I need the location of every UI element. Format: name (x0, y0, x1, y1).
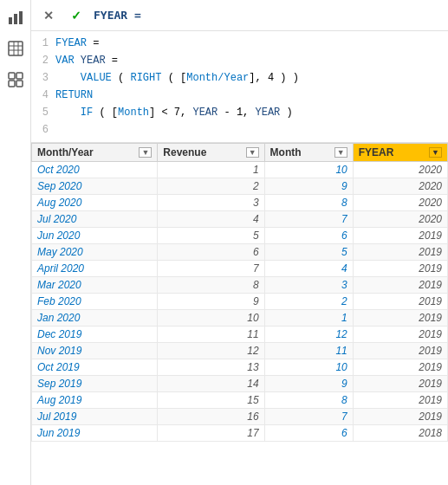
table-row: Oct 201913102019 (32, 359, 448, 376)
svg-rect-3 (9, 42, 23, 55)
cell-month-year: Oct 2019 (32, 359, 158, 376)
cell-fyear: 2019 (353, 228, 447, 244)
cell-month: 11 (264, 343, 353, 359)
table-row: April 2020742019 (32, 261, 448, 277)
svg-rect-11 (16, 81, 23, 87)
cell-month: 4 (264, 261, 353, 277)
cell-month-year: Jul 2019 (32, 409, 158, 425)
cell-month-year: May 2020 (32, 244, 158, 261)
cell-revenue: 6 (158, 244, 264, 261)
main-panel: ✕ ✓ FYEAR = 1 FYEAR = 2 VAR YEAR = 3 VAL… (31, 0, 448, 485)
table-row: Aug 20191582019 (32, 392, 448, 409)
cancel-button[interactable]: ✕ (38, 5, 59, 26)
model-icon[interactable] (5, 69, 26, 90)
confirm-button[interactable]: ✓ (66, 5, 87, 26)
cell-revenue: 5 (158, 228, 264, 244)
cell-revenue: 8 (158, 277, 264, 294)
cell-fyear: 2019 (353, 376, 447, 392)
svg-rect-1 (14, 14, 17, 24)
data-table: Month/Year ▼ Revenue ▼ Month ▼ (31, 143, 448, 442)
cell-revenue: 2 (158, 178, 264, 195)
cell-fyear: 2019 (353, 327, 447, 343)
cell-revenue: 9 (158, 294, 264, 310)
fyear-filter-btn[interactable]: ▼ (429, 147, 442, 158)
cell-month-year: Jan 2020 (32, 310, 158, 327)
table-row: Sep 2020292020 (32, 178, 448, 195)
table-icon[interactable] (5, 38, 26, 59)
table-row: Jan 20201012019 (32, 310, 448, 327)
cell-month: 6 (264, 228, 353, 244)
month-year-filter-btn[interactable]: ▼ (139, 147, 152, 158)
cell-fyear: 2019 (353, 392, 447, 409)
code-line-3: 3 VALUE ( RIGHT ( [Month/Year], 4 ) ) (31, 69, 448, 87)
cell-month: 2 (264, 294, 353, 310)
code-line-1: 1 FYEAR = (31, 35, 448, 52)
table-row: Jun 2020562019 (32, 228, 448, 244)
table-row: Oct 20201102020 (32, 162, 448, 178)
data-table-area[interactable]: Month/Year ▼ Revenue ▼ Month ▼ (31, 143, 448, 485)
cell-revenue: 12 (158, 343, 264, 359)
cell-month-year: Feb 2020 (32, 294, 158, 310)
code-editor[interactable]: 1 FYEAR = 2 VAR YEAR = 3 VALUE ( RIGHT (… (31, 31, 448, 143)
cell-month: 10 (264, 162, 353, 178)
table-row: Jul 20191672019 (32, 409, 448, 425)
table-row: Jul 2020472020 (32, 211, 448, 228)
svg-rect-8 (9, 73, 15, 79)
cell-month: 6 (264, 425, 353, 442)
cell-month: 8 (264, 195, 353, 211)
code-line-5: 5 IF ( [Month] < 7, YEAR - 1, YEAR ) (31, 104, 448, 121)
cell-fyear: 2020 (353, 211, 447, 228)
cell-revenue: 4 (158, 211, 264, 228)
cell-revenue: 10 (158, 310, 264, 327)
cell-month: 5 (264, 244, 353, 261)
cell-fyear: 2020 (353, 162, 447, 178)
svg-rect-9 (16, 73, 23, 79)
table-body: Oct 20201102020Sep 2020292020Aug 2020382… (32, 162, 448, 442)
col-month[interactable]: Month ▼ (264, 144, 353, 162)
cell-month: 9 (264, 178, 353, 195)
cell-month: 7 (264, 211, 353, 228)
col-fyear[interactable]: FYEAR ▼ (353, 144, 447, 162)
cell-revenue: 3 (158, 195, 264, 211)
col-month-year[interactable]: Month/Year ▼ (32, 144, 158, 162)
svg-rect-2 (19, 11, 23, 24)
cell-fyear: 2019 (353, 277, 447, 294)
cell-fyear: 2019 (353, 343, 447, 359)
col-revenue[interactable]: Revenue ▼ (158, 144, 264, 162)
svg-rect-0 (9, 17, 12, 24)
table-row: Sep 20191492019 (32, 376, 448, 392)
cell-fyear: 2019 (353, 261, 447, 277)
code-line-2: 2 VAR YEAR = (31, 52, 448, 69)
cell-revenue: 13 (158, 359, 264, 376)
table-row: Dec 201911122019 (32, 327, 448, 343)
cell-fyear: 2018 (353, 425, 447, 442)
cell-revenue: 15 (158, 392, 264, 409)
cell-fyear: 2020 (353, 178, 447, 195)
bar-chart-icon[interactable] (5, 7, 26, 28)
cell-revenue: 14 (158, 376, 264, 392)
cell-month-year: Dec 2019 (32, 327, 158, 343)
table-row: Nov 201912112019 (32, 343, 448, 359)
cell-fyear: 2019 (353, 310, 447, 327)
cell-revenue: 16 (158, 409, 264, 425)
cell-month: 3 (264, 277, 353, 294)
cell-month: 10 (264, 359, 353, 376)
code-line-6: 6 (31, 121, 448, 139)
cell-month-year: Mar 2020 (32, 277, 158, 294)
cell-fyear: 2019 (353, 409, 447, 425)
cell-month: 8 (264, 392, 353, 409)
cell-month-year: Sep 2019 (32, 376, 158, 392)
cell-month-year: Oct 2020 (32, 162, 158, 178)
cell-fyear: 2019 (353, 359, 447, 376)
cell-month: 1 (264, 310, 353, 327)
table-row: Feb 2020922019 (32, 294, 448, 310)
toolbar: ✕ ✓ FYEAR = (31, 0, 448, 31)
cell-fyear: 2020 (353, 195, 447, 211)
cell-month-year: Aug 2019 (32, 392, 158, 409)
month-filter-btn[interactable]: ▼ (334, 147, 347, 158)
revenue-filter-btn[interactable]: ▼ (246, 147, 259, 158)
cell-fyear: 2019 (353, 244, 447, 261)
table-row: May 2020652019 (32, 244, 448, 261)
cell-month-year: Aug 2020 (32, 195, 158, 211)
cell-revenue: 1 (158, 162, 264, 178)
